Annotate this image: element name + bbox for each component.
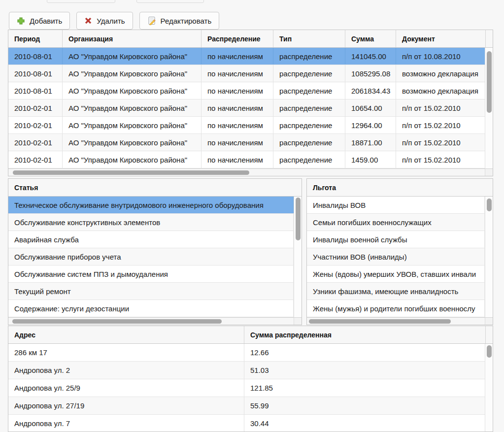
cell-distributed-sum: 51.03 [244, 362, 486, 379]
vertical-scrollbar[interactable] [485, 48, 493, 168]
cell-organization: АО "Управдом Кировского района" [63, 48, 202, 65]
scrollbar-thumb[interactable] [12, 319, 222, 324]
column-header-document[interactable]: Документ [396, 30, 486, 47]
column-header-distributed-sum[interactable]: Сумма распределенная [244, 326, 486, 343]
cell-organization: АО "Управдом Кировского района" [63, 82, 202, 99]
column-header-organization[interactable]: Организация [63, 30, 202, 47]
vertical-scrollbar[interactable] [485, 197, 493, 317]
scrollbar-thumb[interactable] [296, 198, 301, 240]
table-row[interactable]: 2010-02-01 АО "Управдом Кировского район… [8, 117, 485, 134]
cell-document: п/п от 10.08.2010 [396, 48, 486, 65]
cell-distribution: по начислениям [202, 65, 273, 82]
cell-sum: 141045.00 [345, 48, 396, 65]
table-row[interactable]: 2010-08-01 АО "Управдом Кировского район… [8, 65, 485, 82]
cell-period: 2010-08-01 [8, 48, 63, 65]
list-item[interactable]: Текущий ремонт [8, 283, 294, 300]
column-header-spacer [486, 326, 493, 343]
cell-period: 2010-02-01 [8, 100, 63, 116]
cell-distribution: по начислениям [202, 48, 273, 65]
cell-period: 2010-02-01 [8, 151, 63, 168]
list-item[interactable]: Инвалиды военной службы [307, 231, 485, 248]
table-row[interactable]: 286 км 17 12.66 [8, 344, 485, 362]
table-row[interactable]: Андропова ул. 27/19 55.99 [8, 397, 485, 415]
list-item[interactable]: Семьи погибших военнослужащих [307, 214, 485, 231]
scrollbar-corner [294, 318, 302, 325]
article-list-panel: Статья Техническое обслуживание внутридо… [8, 178, 302, 325]
column-header-address[interactable]: Адрес [8, 326, 244, 343]
cell-organization: АО "Управдом Кировского района" [63, 65, 202, 82]
list-item[interactable]: Участники ВОВ (инвалиды) [307, 248, 485, 266]
cell-type: распределение [273, 48, 345, 65]
cell-distribution: по начислениям [202, 117, 273, 133]
horizontal-scrollbar[interactable] [307, 317, 493, 325]
cell-type: распределение [273, 134, 345, 151]
table-row[interactable]: 2010-08-01 АО "Управдом Кировского район… [8, 82, 485, 100]
scrollbar-thumb[interactable] [487, 51, 492, 113]
cell-distribution: по начислениям [202, 100, 273, 116]
cell-sum: 2061834.43 [345, 82, 396, 99]
plus-icon [17, 17, 25, 25]
addresses-table-header: Адрес Сумма распределенная [8, 326, 493, 344]
list-item[interactable]: Узники фашизма, имеющие инвалидность [307, 283, 485, 300]
article-label: Текущий ремонт [8, 283, 294, 299]
article-label: Техническое обслуживание внутридомового … [8, 197, 294, 213]
scrollbar-thumb[interactable] [487, 199, 492, 211]
add-button[interactable]: Добавить [9, 12, 70, 30]
list-item[interactable]: Жены (мужья) и родители погибших военнос… [307, 300, 485, 317]
cell-organization: АО "Управдом Кировского района" [63, 100, 202, 116]
article-list-header: Статья [8, 179, 302, 197]
scrollbar-thumb[interactable] [309, 319, 451, 324]
cell-type: распределение [273, 151, 345, 168]
list-item[interactable]: Жены (вдовы) умерших УВОВ, ставших инвал… [307, 266, 485, 283]
list-item[interactable]: Обслуживание конструктивных элементов [8, 214, 294, 231]
table-row[interactable]: 2010-02-01 АО "Управдом Кировского район… [8, 100, 485, 117]
column-header-article[interactable]: Статья [8, 179, 302, 196]
table-row[interactable]: Андропова ул. 7 30.44 [8, 415, 485, 432]
cell-period: 2010-08-01 [8, 82, 63, 99]
table-row[interactable]: Андропова ул. 25/9 121.85 [8, 379, 485, 397]
cell-distribution: по начислениям [202, 82, 273, 99]
table-row[interactable]: 2010-02-01 АО "Управдом Кировского район… [8, 134, 485, 151]
column-header-benefit[interactable]: Льгота [307, 179, 493, 196]
cell-organization: АО "Управдом Кировского района" [63, 151, 202, 168]
distributions-table-header: Период Организация Распределение Тип Сум… [8, 30, 493, 48]
distributions-table: Период Организация Распределение Тип Сум… [8, 30, 493, 176]
cell-sum: 10654.00 [345, 100, 396, 116]
edit-button[interactable]: Редактировать [139, 12, 220, 30]
vertical-scrollbar[interactable] [485, 344, 493, 432]
scrollbar-thumb[interactable] [487, 345, 492, 358]
addresses-table: Адрес Сумма распределенная 286 км 17 12.… [8, 326, 493, 432]
horizontal-scrollbar[interactable] [8, 317, 302, 325]
table-row[interactable]: 2010-08-01 АО "Управдом Кировского район… [8, 48, 485, 65]
table-row[interactable]: 2010-02-01 АО "Управдом Кировского район… [8, 151, 485, 168]
cell-type: распределение [273, 117, 345, 133]
edit-pencil-icon [147, 16, 156, 25]
list-item[interactable]: Аварийная служба [8, 231, 294, 248]
cutoff-element-top-2 [136, 0, 204, 3]
column-header-period[interactable]: Период [8, 30, 63, 47]
cell-distribution: по начислениям [202, 151, 273, 168]
toolbar: Добавить Удалить Редактировать [9, 12, 219, 30]
list-item[interactable]: Обслуживание систем ППЗ и дымоудаления [8, 266, 294, 283]
article-list-body: Техническое обслуживание внутридомового … [8, 197, 302, 317]
scrollbar-thumb[interactable] [13, 170, 249, 175]
column-header-type[interactable]: Тип [273, 30, 345, 47]
vertical-scrollbar[interactable] [294, 197, 302, 317]
column-header-sum[interactable]: Сумма [345, 30, 396, 47]
article-label: Обслуживание приборов учета [8, 248, 294, 265]
list-item[interactable]: Обслуживание приборов учета [8, 248, 294, 266]
edit-button-label: Редактировать [161, 17, 212, 25]
column-header-distribution[interactable]: Распределение [202, 30, 273, 47]
article-label: Обслуживание систем ППЗ и дымоудаления [8, 266, 294, 282]
cell-sum: 18871.00 [345, 134, 396, 151]
horizontal-scrollbar[interactable] [8, 168, 493, 176]
cell-type: распределение [273, 100, 345, 116]
cell-address: Андропова ул. 27/19 [8, 397, 244, 414]
delete-button-label: Удалить [97, 17, 125, 25]
delete-button[interactable]: Удалить [76, 12, 133, 30]
cell-distributed-sum: 121.85 [244, 379, 486, 397]
list-item[interactable]: Содержание: услуги дезостанции [8, 300, 294, 317]
table-row[interactable]: Андропова ул. 2 51.03 [8, 362, 485, 379]
list-item[interactable]: Инвалиды ВОВ [307, 197, 485, 214]
list-item[interactable]: Техническое обслуживание внутридомового … [8, 197, 294, 214]
